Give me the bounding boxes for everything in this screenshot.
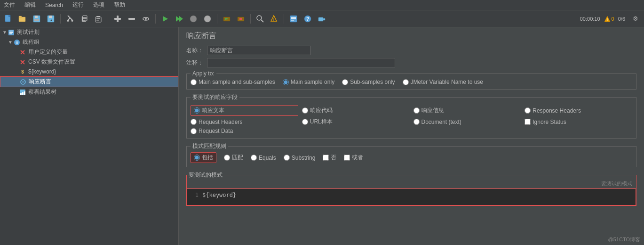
tree-item-test-plan[interactable]: ▼ 测试计划 bbox=[0, 27, 178, 37]
help-button[interactable]: ? bbox=[301, 12, 314, 25]
rf-response-headers[interactable]: Response Headers bbox=[525, 105, 632, 116]
bottom-bar: @51CTO博客 bbox=[608, 236, 640, 243]
expand-button[interactable] bbox=[111, 12, 124, 25]
apply-main-only[interactable]: Main sample only bbox=[283, 79, 334, 85]
tree-item-thread-group[interactable]: ▼ ⚙ 线程组 bbox=[0, 37, 178, 47]
apply-main-only-label: Main sample only bbox=[291, 79, 334, 85]
svg-marker-28 bbox=[176, 16, 180, 22]
svg-line-37 bbox=[261, 20, 263, 22]
menu-search[interactable]: Search bbox=[43, 1, 65, 9]
pr-contains[interactable]: 包括 bbox=[191, 152, 216, 163]
tree-item-csv[interactable]: CSV 数据文件设置 bbox=[0, 57, 178, 67]
svg-rect-65 bbox=[24, 91, 25, 95]
test-pattern-value[interactable]: ${keyword} bbox=[202, 192, 236, 198]
pr-not[interactable]: 否 bbox=[323, 154, 336, 162]
plugin-button[interactable] bbox=[315, 12, 328, 25]
run-all-button[interactable] bbox=[173, 12, 186, 25]
user-var-icon bbox=[19, 49, 26, 56]
new-button[interactable] bbox=[2, 12, 15, 25]
sep3 bbox=[155, 14, 156, 24]
tree-item-assert[interactable]: 响应断言 bbox=[0, 76, 178, 87]
apply-to-section: Apply to: Main sample and sub-samples Ma… bbox=[186, 70, 636, 90]
toolbar: ★ bbox=[0, 10, 644, 27]
remote-stop-button[interactable] bbox=[234, 12, 247, 25]
menu-run[interactable]: 运行 bbox=[71, 0, 86, 10]
run-button[interactable] bbox=[159, 12, 172, 25]
toggle-thread-group[interactable]: ▼ bbox=[8, 40, 13, 45]
rf-response-code[interactable]: 响应代码 bbox=[302, 105, 410, 116]
rf-headers-label: Response Headers bbox=[533, 107, 581, 114]
svg-rect-35 bbox=[239, 18, 242, 20]
menu-edit[interactable]: 编辑 bbox=[23, 0, 38, 10]
response-field-section: 要测试的响应字段 响应文本 响应代码 响应信息 Response Head bbox=[186, 93, 636, 139]
settings-button[interactable] bbox=[287, 12, 300, 25]
pattern-rule-options: 包括 匹配 Equals Substring 否 bbox=[191, 152, 632, 163]
no-toggle-1 bbox=[13, 49, 19, 55]
menu-file[interactable]: 文件 bbox=[2, 0, 17, 10]
left-panel: ▼ 测试计划 ▼ ⚙ 线程组 bbox=[0, 27, 179, 245]
pr-matches[interactable]: 匹配 bbox=[224, 154, 243, 162]
svg-rect-52 bbox=[9, 32, 13, 33]
rf-request-headers[interactable]: Request Headers bbox=[191, 118, 298, 126]
toggle-test-plan[interactable]: ▼ bbox=[2, 30, 8, 35]
rf-ignore-status[interactable]: Ignore Status bbox=[525, 118, 632, 126]
warning-indicator: ! 0 bbox=[604, 16, 614, 22]
apply-sub-only[interactable]: Sub-samples only bbox=[342, 79, 395, 85]
apply-jmeter-var[interactable]: JMeter Variable Name to use bbox=[403, 79, 484, 85]
open-button[interactable] bbox=[16, 12, 29, 25]
rf-document-text[interactable]: Document (text) bbox=[413, 118, 521, 126]
svg-marker-29 bbox=[179, 16, 183, 22]
line-number-1: 1 bbox=[191, 192, 199, 198]
tree-item-result[interactable]: 察看结果树 bbox=[0, 87, 178, 97]
timer-display: 00:00:10 bbox=[580, 16, 600, 22]
main-layout: ▼ 测试计划 ▼ ⚙ 线程组 bbox=[0, 27, 644, 245]
tree-item-keyword[interactable]: $ ${keyword} bbox=[0, 67, 178, 76]
collapse-button[interactable] bbox=[125, 12, 138, 25]
save-as-button[interactable]: ★ bbox=[44, 12, 57, 25]
rf-request-data[interactable]: Request Data bbox=[191, 128, 298, 134]
remote-start-button[interactable] bbox=[220, 12, 233, 25]
clear-button[interactable]: ! bbox=[268, 12, 281, 25]
stop-now-button[interactable] bbox=[201, 12, 214, 25]
csv-icon bbox=[19, 58, 26, 66]
apply-to-options: Main sample and sub-samples Main sample … bbox=[191, 79, 632, 85]
sep5 bbox=[250, 14, 251, 24]
search-button[interactable] bbox=[254, 12, 267, 25]
no-toggle-4 bbox=[14, 79, 19, 85]
response-field-legend: 要测试的响应字段 bbox=[191, 93, 239, 101]
stop-button[interactable] bbox=[187, 12, 200, 25]
svg-text:!: ! bbox=[606, 18, 607, 21]
name-input[interactable] bbox=[207, 46, 310, 55]
copy-button[interactable] bbox=[78, 12, 91, 25]
pr-or[interactable]: 或者 bbox=[344, 154, 363, 162]
test-pattern-editor[interactable]: 1 ${keyword} bbox=[187, 188, 636, 205]
pr-equals[interactable]: Equals bbox=[251, 155, 276, 161]
svg-rect-3 bbox=[19, 16, 22, 17]
save-button[interactable] bbox=[30, 12, 43, 25]
assert-icon bbox=[19, 78, 27, 86]
settings-gear-button[interactable]: ⚙ bbox=[629, 12, 642, 25]
apply-sub-only-label: Sub-samples only bbox=[350, 79, 395, 85]
rf-response-info[interactable]: 响应信息 bbox=[413, 105, 521, 116]
result-icon bbox=[19, 89, 26, 96]
rf-response-text[interactable]: 响应文本 bbox=[191, 105, 298, 116]
comment-input[interactable] bbox=[207, 58, 395, 67]
apply-jmeter-var-label: JMeter Variable Name to use bbox=[411, 79, 484, 85]
svg-rect-64 bbox=[22, 92, 24, 95]
svg-point-31 bbox=[204, 16, 211, 22]
rf-doc-label: Document (text) bbox=[421, 119, 461, 125]
svg-rect-20 bbox=[95, 17, 101, 22]
menu-options[interactable]: 选项 bbox=[91, 0, 106, 10]
menu-help[interactable]: 帮助 bbox=[112, 0, 127, 10]
cut-button[interactable] bbox=[64, 12, 77, 25]
apply-main-sub[interactable]: Main sample and sub-samples bbox=[191, 79, 275, 85]
paste-button[interactable] bbox=[92, 12, 105, 25]
rf-url-label: URL样本 bbox=[310, 118, 333, 126]
tree-item-user-var[interactable]: 用户定义的变量 bbox=[0, 47, 178, 57]
sep4 bbox=[217, 14, 217, 24]
sep6 bbox=[284, 14, 284, 24]
pr-substring[interactable]: Substring bbox=[284, 155, 316, 161]
rf-url-sample[interactable]: URL样本 bbox=[302, 118, 410, 126]
svg-rect-17 bbox=[83, 18, 87, 19]
toggle-button[interactable] bbox=[139, 12, 152, 25]
